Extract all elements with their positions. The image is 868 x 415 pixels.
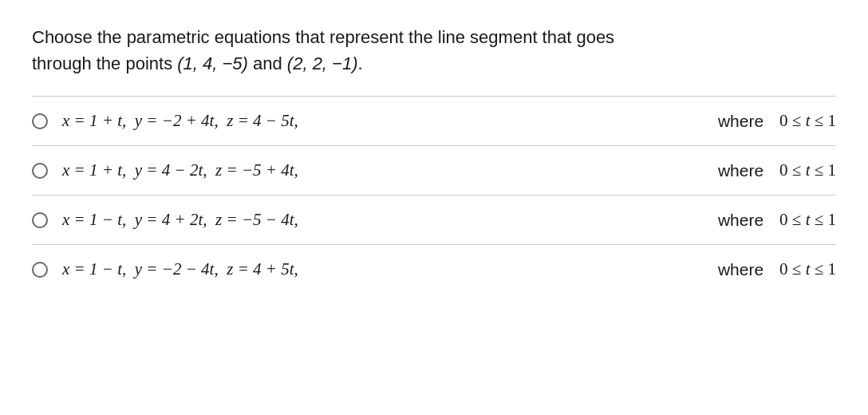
question-line1: Choose the parametric equations that rep… <box>32 24 836 50</box>
option-c[interactable]: x = 1 − t, y = 4 + 2t, z = −5 − 4t, wher… <box>32 196 836 245</box>
equation-b: x = 1 + t, y = 4 − 2t, z = −5 + 4t, <box>62 160 686 180</box>
equation-c: x = 1 − t, y = 4 + 2t, z = −5 − 4t, <box>62 210 686 230</box>
option-b[interactable]: x = 1 + t, y = 4 − 2t, z = −5 + 4t, wher… <box>32 146 836 196</box>
option-d[interactable]: x = 1 − t, y = −2 − 4t, z = 4 + 5t, wher… <box>32 245 836 294</box>
question-text: Choose the parametric equations that rep… <box>32 24 836 77</box>
where-b: where <box>718 161 763 180</box>
radio-c[interactable] <box>32 212 48 228</box>
where-c: where <box>718 211 763 230</box>
radio-d[interactable] <box>32 262 48 278</box>
constraint-c: 0 ≤ t ≤ 1 <box>779 210 836 230</box>
constraint-a: 0 ≤ t ≤ 1 <box>779 111 836 131</box>
question-line2: through the points (1, 4, −5) and (2, 2,… <box>32 50 836 77</box>
constraint-d: 0 ≤ t ≤ 1 <box>779 259 836 279</box>
constraint-b: 0 ≤ t ≤ 1 <box>779 160 836 180</box>
options-list: x = 1 + t, y = −2 + 4t, z = 4 − 5t, wher… <box>32 97 836 294</box>
equation-d: x = 1 − t, y = −2 − 4t, z = 4 + 5t, <box>62 259 686 279</box>
radio-a[interactable] <box>32 113 48 129</box>
radio-b[interactable] <box>32 163 48 179</box>
option-a[interactable]: x = 1 + t, y = −2 + 4t, z = 4 − 5t, wher… <box>32 97 836 146</box>
equation-a: x = 1 + t, y = −2 + 4t, z = 4 − 5t, <box>62 111 686 131</box>
where-d: where <box>718 260 763 279</box>
where-a: where <box>718 112 763 131</box>
main-container: Choose the parametric equations that rep… <box>32 24 836 294</box>
